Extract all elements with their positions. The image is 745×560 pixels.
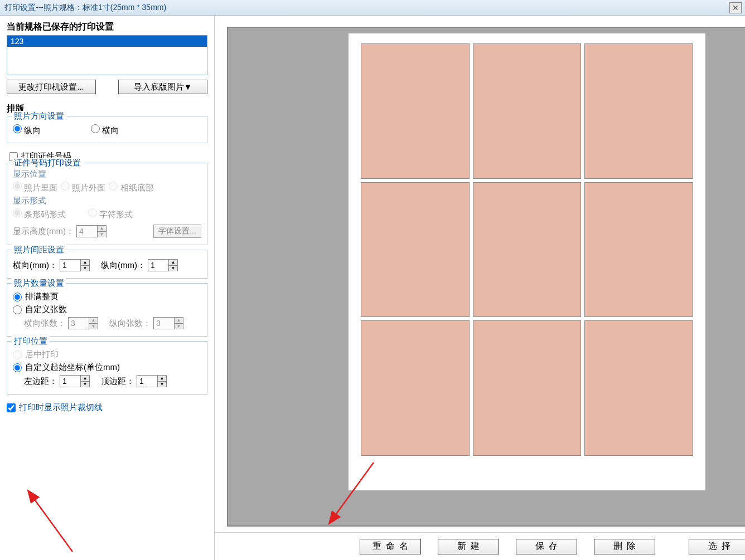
count-v-input [154,318,174,329]
count-custom-label: 自定义张数 [25,304,67,315]
orientation-fieldset: 照片方向设置 纵向 横向 [7,116,207,143]
printer-settings-button[interactable]: 更改打印机设置... [7,80,96,94]
id-form-char-option: 字符形式 [88,208,133,220]
orientation-landscape-option[interactable]: 横向 [91,124,119,136]
spacing-h-spinner[interactable]: ▲▼ [60,259,90,271]
spinner-down-icon: ▼ [89,324,98,329]
position-left-spinner[interactable]: ▲▼ [60,375,90,387]
spinner-down-icon[interactable]: ▼ [81,382,89,387]
id-pos-bottom-radio [109,182,118,191]
position-left-input[interactable] [60,376,80,387]
close-icon: ✕ [732,3,739,12]
photo-cell [584,182,693,318]
spacing-v-label: 纵向(mm)： [101,260,146,271]
id-height-input [77,226,97,237]
spinner-down-icon: ▼ [175,324,183,329]
spinner-up-icon[interactable]: ▲ [81,260,89,266]
id-form-barcode-option: 条形码形式 [13,208,66,220]
count-h-label: 横向张数： [24,318,66,329]
spinner-down-icon[interactable]: ▼ [81,266,89,271]
spacing-h-input[interactable] [60,260,80,271]
print-settings-window: 打印设置---照片规格：标准1寸(25mm * 35mm) ✕ 当前规格已保存的… [0,0,745,560]
id-pos-inside-option: 照片里面 [13,182,57,193]
window-title: 打印设置---照片规格：标准1寸(25mm * 35mm) [4,3,166,13]
count-heading: 照片数量设置 [12,278,66,289]
position-center-label: 居中打印 [25,349,59,360]
position-custom-label: 自定义起始坐标(单位mm) [25,362,120,373]
cutline-label: 打印时显示照片裁切线 [19,402,103,413]
id-settings-fieldset: 证件号码打印设置 显示位置 照片里面 照片外面 相纸底部 显示形式 条形码形式 … [7,163,207,245]
import-background-button[interactable]: 导入底版图片▼ [118,80,207,94]
position-left-label: 左边距： [24,376,57,387]
saved-presets-list[interactable]: 123 [7,35,207,75]
spinner-down-icon[interactable]: ▼ [169,266,177,271]
font-settings-button: 字体设置... [153,225,201,238]
id-position-label: 显示位置 [13,169,201,179]
photo-cell [361,43,470,179]
spacing-v-input[interactable] [148,260,168,271]
spacing-fieldset: 照片间距设置 横向(mm)： ▲▼ 纵向(mm)： ▲▼ [7,250,207,279]
preset-buttons-row: 更改打印机设置... 导入底版图片▼ [7,80,207,94]
id-settings-heading: 证件号码打印设置 [12,158,83,168]
orientation-portrait-radio[interactable] [13,124,22,133]
count-fullpage-label: 排满整页 [25,291,59,302]
count-fullpage-radio[interactable] [13,293,22,301]
photo-cell [473,320,582,456]
count-v-label: 纵向张数： [109,318,151,329]
preset-item[interactable]: 123 [7,36,207,47]
spacing-h-label: 横向(mm)： [13,260,57,271]
photo-cell [584,43,693,179]
photo-grid [361,43,693,456]
spinner-up-icon: ▲ [89,318,98,324]
id-pos-inside-radio [13,182,22,191]
id-pos-outside-option: 照片外面 [61,182,105,193]
count-custom-radio[interactable] [13,305,22,314]
rename-button[interactable]: 重命名 [360,539,421,554]
main-area: 当前规格已保存的打印设置 123 更改打印机设置... 导入底版图片▼ 排版 照… [0,16,745,560]
save-button[interactable]: 保存 [516,539,577,554]
paper-preview [349,33,705,490]
photo-cell [361,182,470,318]
position-top-input[interactable] [137,376,157,387]
id-form-label: 显示形式 [13,196,201,206]
photo-cell [361,320,470,456]
id-pos-outside-radio [61,182,70,191]
settings-panel: 当前规格已保存的打印设置 123 更改打印机设置... 导入底版图片▼ 排版 照… [0,16,215,560]
spinner-up-icon: ▲ [175,318,183,324]
spinner-up-icon[interactable]: ▲ [169,260,177,266]
position-fieldset: 打印位置 居中打印 自定义起始坐标(单位mm) 左边距： ▲▼ [7,341,207,395]
select-button[interactable]: 选择 [689,539,745,554]
preview-area [215,16,745,532]
close-button[interactable]: ✕ [729,2,742,13]
spinner-up-icon[interactable]: ▲ [81,376,89,382]
saved-presets-heading: 当前规格已保存的打印设置 [7,21,207,33]
spinner-down-icon[interactable]: ▼ [158,382,166,387]
orientation-portrait-option[interactable]: 纵向 [13,124,41,136]
preview-panel: 重命名 新建 保存 删除 选择 取消 [215,16,745,560]
spinner-up-icon[interactable]: ▲ [158,376,166,382]
cutline-checkbox[interactable] [7,403,16,412]
position-heading: 打印位置 [12,336,50,347]
new-button[interactable]: 新建 [438,539,499,554]
id-pos-bottom-option: 相纸底部 [109,182,153,193]
count-h-input [69,318,89,329]
id-form-barcode-radio [13,208,22,217]
count-h-spinner: ▲▼ [68,317,98,329]
position-top-spinner[interactable]: ▲▼ [137,375,167,387]
orientation-landscape-radio[interactable] [91,124,100,133]
bottom-button-bar: 重命名 新建 保存 删除 选择 取消 [215,532,745,560]
photo-cell [473,182,582,318]
preview-frame [227,27,745,527]
position-custom-radio[interactable] [13,363,22,372]
count-fieldset: 照片数量设置 排满整页 自定义张数 横向张数： ▲▼ [7,283,207,337]
position-center-radio [13,350,22,359]
id-form-char-radio [88,208,97,217]
orientation-label: 照片方向设置 [12,111,66,121]
spacing-v-spinner[interactable]: ▲▼ [148,259,178,271]
count-v-spinner: ▲▼ [153,317,183,329]
id-height-label: 显示高度(mm)： [13,226,74,237]
titlebar: 打印设置---照片规格：标准1寸(25mm * 35mm) ✕ [0,0,745,16]
delete-button[interactable]: 删除 [594,539,655,554]
position-top-label: 顶边距： [101,376,134,387]
spacing-heading: 照片间距设置 [12,245,66,255]
